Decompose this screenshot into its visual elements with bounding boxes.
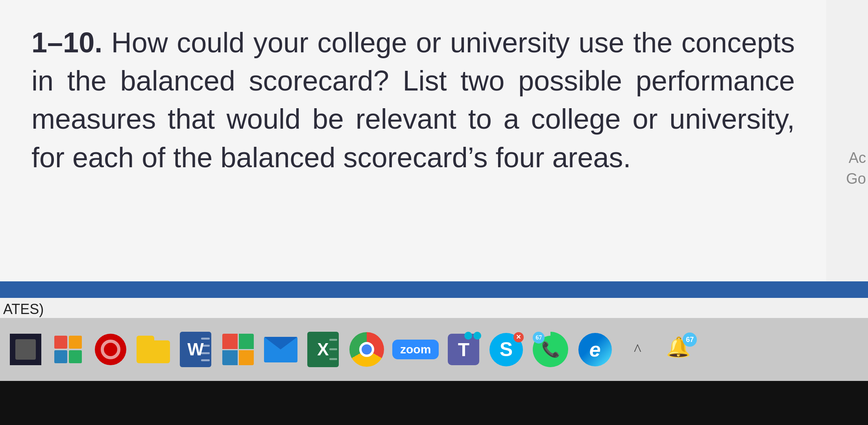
skype-circle: S ✕ [489,333,523,366]
chrome-circle [349,332,384,367]
mail-envelope [264,337,297,362]
notification-icon[interactable]: 🔔 67 [662,332,698,367]
zoom-label: zoom [400,343,431,356]
wt-orange [239,350,254,366]
chrome-icon[interactable] [348,331,385,368]
question-body: How could your college or university use… [31,27,795,173]
right-sidebar: Ac Go [826,0,868,283]
opera-icon[interactable] [93,332,128,367]
teams-dots [464,332,481,340]
windows-start-icon[interactable] [8,332,43,367]
teams-icon[interactable]: T [446,332,481,367]
notif-count: 67 [686,336,694,344]
wintiles-grid [222,334,254,365]
opera-inner-ring [101,340,120,359]
excel-letter: X [317,340,329,359]
win-icon-bg [10,334,41,365]
teams-dot-1 [464,332,472,340]
cg-green [69,350,82,363]
excel-lines [328,332,339,367]
notif-bell-container: 🔔 67 [666,336,694,363]
question-text: 1–10. How could your college or universi… [31,24,795,177]
chrome-inner-circle [359,342,374,357]
excel-icon[interactable]: X [305,332,341,367]
document-area: 1–10. How could your college or universi… [0,0,826,283]
opera-circle [95,334,126,365]
edge-icon[interactable]: e [577,332,613,367]
wt-red [222,334,238,349]
blue-divider-bar [0,281,868,298]
colorful-logo-icon[interactable] [50,332,86,367]
teams-letter: T [458,339,469,360]
notif-badge: 67 [683,333,697,347]
whatsapp-phone-icon: 📞 [541,341,560,358]
cg-red [54,336,67,349]
skype-letter: S [500,338,513,361]
whatsapp-container: 📞 67 [533,332,568,367]
wt-green [239,334,254,349]
skype-x-badge: ✕ [513,332,524,342]
cg-orange [69,336,82,349]
zoom-icon[interactable]: zoom [392,332,439,367]
teams-body-container: T [448,334,479,365]
taskbar: W [0,318,868,381]
wt-blue [222,350,238,366]
win-square [15,339,36,360]
right-text-go: Go [846,170,866,187]
right-text-ac: Ac [849,150,866,166]
colorful-grid [54,336,82,363]
excel-icon-bg: X [307,332,339,367]
edge-circle: e [578,333,612,366]
teams-dot-2 [473,332,481,340]
cg-blue [54,350,67,363]
question-number: 1–10. [31,27,102,58]
folder-body [137,340,170,363]
word-icon-bg: W [180,332,211,367]
folder-icon[interactable] [135,332,171,367]
bottom-black-bar [0,381,868,425]
word-lines [199,332,211,367]
chevron-arrow: ^ [628,340,647,359]
windows-tiles-icon[interactable] [220,332,256,367]
skype-x-icon: ✕ [516,333,521,341]
edge-letter: e [589,338,601,361]
chevron-icon[interactable]: ^ [620,332,655,367]
whatsapp-icon[interactable]: 📞 67 [531,330,570,369]
badge-number: 67 [536,334,542,341]
mail-icon[interactable] [263,332,298,367]
screen: 1–10. How could your college or universi… [0,0,868,425]
chevron-symbol: ^ [634,340,641,359]
mail-flap [264,337,297,349]
folder-shape [137,336,170,363]
word-icon[interactable]: W [178,332,213,367]
zoom-button: zoom [392,340,439,359]
ates-label: ATES) [3,301,44,318]
skype-icon[interactable]: S ✕ [488,332,524,367]
